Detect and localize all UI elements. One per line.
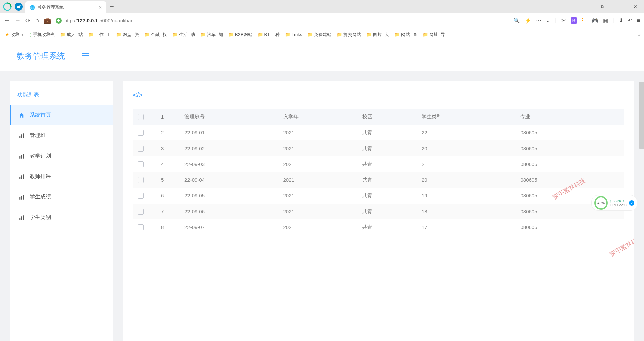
- mobile-bookmarks[interactable]: ▯手机收藏夹: [27, 31, 57, 38]
- bookmark-folder[interactable]: 📁B2B网站: [226, 31, 254, 38]
- svg-rect-2: [82, 55, 89, 56]
- cell-type: 17: [422, 224, 521, 230]
- table-row[interactable]: 622-09-052021共青19080605: [133, 188, 624, 204]
- browser-tab[interactable]: 🌐 教务管理系统 ✕: [25, 1, 106, 13]
- bookmarks-bar: ★收藏▾ ▯手机收藏夹 📁成人--站📁工作--工📁网盘--资📁金融--投📁生活-…: [0, 28, 644, 41]
- cell-year: 2021: [283, 161, 363, 167]
- bookmark-folder[interactable]: 📁免费建站: [305, 31, 333, 38]
- row-checkbox[interactable]: [138, 130, 144, 136]
- cell-num: 2: [161, 130, 184, 135]
- row-checkbox[interactable]: [138, 193, 144, 199]
- bookmark-folder[interactable]: 📁网站--查: [392, 31, 419, 38]
- telegram-icon[interactable]: [15, 3, 23, 11]
- bookmark-folder[interactable]: 📁汽车--知: [198, 31, 225, 38]
- menu-icon[interactable]: ≡: [637, 18, 640, 24]
- svg-rect-7: [19, 156, 20, 159]
- download-icon[interactable]: ⬇: [619, 17, 623, 24]
- cell-campus: 共青: [362, 129, 422, 136]
- sidebar-item-label: 学生类别: [30, 214, 51, 221]
- sidebar-toggle-icon[interactable]: ⧉: [601, 4, 604, 10]
- more-icon[interactable]: ⋯: [536, 17, 541, 24]
- sidebar-item-4[interactable]: 学生成绩: [10, 187, 113, 207]
- gamepad-icon[interactable]: 🎮: [592, 17, 598, 24]
- table-row[interactable]: 822-09-072021共青17080605: [133, 219, 624, 235]
- shield-icon[interactable]: 🛡: [582, 18, 587, 24]
- svg-rect-16: [19, 218, 20, 220]
- bookmark-folder[interactable]: 📁生活--助: [170, 31, 197, 38]
- home-icon[interactable]: ⌂: [35, 17, 39, 24]
- apps-icon[interactable]: ▦: [603, 17, 608, 24]
- bookmarks-overflow-icon[interactable]: »: [638, 32, 641, 37]
- bookmark-folder[interactable]: 📁工作--工: [86, 31, 113, 38]
- scrollbar[interactable]: [639, 82, 644, 149]
- svg-rect-18: [23, 215, 24, 220]
- flash-icon[interactable]: ⚡: [525, 17, 531, 24]
- cell-type: 20: [422, 177, 521, 183]
- row-checkbox[interactable]: [138, 161, 144, 167]
- chevron-down-icon[interactable]: ⌄: [546, 17, 550, 24]
- svg-rect-8: [21, 155, 22, 159]
- close-icon[interactable]: ✕: [98, 5, 102, 10]
- new-tab-button[interactable]: +: [110, 3, 114, 11]
- bookmark-folder[interactable]: 📁金融--投: [142, 31, 169, 38]
- zoom-icon[interactable]: 🔍: [513, 17, 520, 24]
- cell-type: 19: [422, 193, 521, 198]
- perf-check-icon: ✓: [629, 200, 634, 206]
- cell-type: 21: [422, 161, 521, 167]
- select-all-checkbox[interactable]: [138, 114, 144, 120]
- site-security-icon: ✚: [56, 18, 62, 24]
- briefcase-icon[interactable]: 💼: [44, 17, 51, 24]
- cell-num: 7: [161, 209, 184, 214]
- bookmark-folder[interactable]: 📁BT----种: [256, 31, 282, 38]
- svg-rect-10: [19, 177, 20, 179]
- close-window-icon[interactable]: ✕: [633, 4, 637, 10]
- globe-icon: 🌐: [30, 5, 35, 10]
- row-checkbox[interactable]: [138, 224, 144, 230]
- sidebar-item-5[interactable]: 学生类别: [10, 207, 113, 228]
- back-icon[interactable]: ←: [4, 17, 10, 24]
- cell-year: 2021: [283, 146, 363, 151]
- tab-title: 教务管理系统: [38, 4, 64, 10]
- bookmark-folder[interactable]: 📁提交网站: [335, 31, 363, 38]
- data-table: 1 管理班号 入学年 校区 学生类型 专业 222-09-012021共青220…: [133, 109, 624, 235]
- sidebar-item-label: 教师排课: [30, 173, 51, 180]
- browser-logo-icon: [3, 2, 12, 11]
- sidebar-item-0[interactable]: 系统首页: [10, 105, 113, 125]
- bookmark-folder[interactable]: 📁网址--导: [421, 31, 447, 38]
- row-checkbox[interactable]: [138, 209, 144, 215]
- bookmark-folder[interactable]: 📁网盘--资: [114, 31, 141, 38]
- browser-tab-bar: 🌐 教务管理系统 ✕ + ⧉ — ☐ ✕: [0, 0, 644, 13]
- favorites-button[interactable]: ★收藏▾: [3, 31, 26, 38]
- hamburger-icon[interactable]: [82, 52, 89, 60]
- table-row[interactable]: 722-09-062021共青18080605: [133, 204, 624, 219]
- sidebar-item-1[interactable]: 管理班: [10, 125, 113, 146]
- perf-cpu: CPU 22°C: [610, 203, 627, 207]
- row-checkbox[interactable]: [138, 177, 144, 183]
- table-row[interactable]: 322-09-022021共青20080605: [133, 140, 624, 156]
- table-row[interactable]: 422-09-032021共青21080605: [133, 156, 624, 172]
- forward-icon[interactable]: →: [15, 17, 21, 24]
- minimize-icon[interactable]: —: [611, 4, 615, 10]
- address-bar: ← → ⟳ ⌂ 💼 ✚ http://127.0.0.1:5000/guanli…: [0, 13, 644, 28]
- maximize-icon[interactable]: ☐: [622, 4, 627, 10]
- refresh-icon[interactable]: ⟳: [25, 17, 31, 24]
- table-row[interactable]: 522-09-042021共青20080605: [133, 172, 624, 188]
- table-row[interactable]: 222-09-012021共青22080605: [133, 125, 624, 140]
- sidebar-item-2[interactable]: 教学计划: [10, 146, 113, 166]
- sidebar-item-3[interactable]: 教师排课: [10, 166, 113, 187]
- bookmark-folder[interactable]: 📁Links: [283, 31, 304, 38]
- translate-icon[interactable]: 译: [571, 17, 577, 24]
- bookmark-folder[interactable]: 📁成人--站: [58, 31, 85, 38]
- chart-bar-icon: [19, 153, 25, 159]
- sidebar-item-label: 教学计划: [30, 153, 51, 160]
- performance-widget[interactable]: 45% ↑ 662K/s CPU 22°C ✓: [591, 195, 637, 211]
- cell-classno: 22-09-03: [184, 161, 283, 167]
- cell-year: 2021: [283, 177, 363, 183]
- cell-year: 2021: [283, 209, 363, 214]
- undo-icon[interactable]: ↶: [628, 17, 632, 24]
- row-checkbox[interactable]: [138, 146, 144, 152]
- svg-rect-14: [21, 196, 22, 200]
- bookmark-folder[interactable]: 📁图片--大: [364, 31, 391, 38]
- url-input[interactable]: ✚ http://127.0.0.1:5000/guanliban: [56, 18, 508, 24]
- scissors-icon[interactable]: ✂: [561, 17, 566, 24]
